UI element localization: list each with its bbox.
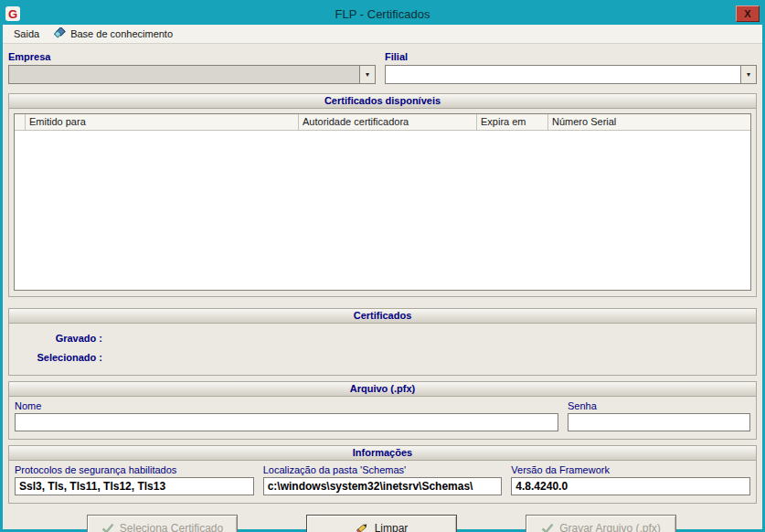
menu-item-base-conhecimento[interactable]: Base de conhecimento xyxy=(47,26,180,42)
certificates-list[interactable] xyxy=(15,131,750,290)
senha-input[interactable] xyxy=(568,413,750,431)
gravar-arquivo-label: Gravar Arquivo (.pfx) xyxy=(559,522,661,532)
seleciona-certificado-label: Seleciona Certificado xyxy=(120,522,223,532)
window-title: FLP - Certificados xyxy=(3,7,762,21)
gravado-row: Gravado : xyxy=(15,329,750,348)
seleciona-certificado-button: Seleciona Certificado xyxy=(87,515,238,532)
menu-bar: Saida Base de conhecimento xyxy=(3,25,762,44)
dropdown-arrow-icon[interactable]: ▾ xyxy=(359,66,375,83)
action-buttons-row: Seleciona Certificado Limpar xyxy=(8,515,757,532)
column-header-autoridade[interactable]: Autoridade certificadora xyxy=(299,114,477,131)
app-logo-icon: G xyxy=(5,6,20,21)
certificates-grid-header: Emitido para Autoridade certificadora Ex… xyxy=(15,114,750,131)
column-header-numero-serial[interactable]: Número Serial xyxy=(548,114,750,131)
nome-input[interactable] xyxy=(15,413,558,431)
title-bar[interactable]: G FLP - Certificados X xyxy=(3,3,762,25)
certificates-table-wrap: Emitido para Autoridade certificadora Ex… xyxy=(9,109,756,296)
informacoes-header: Informações xyxy=(9,446,756,461)
certificados-body: Gravado : Selecionado : xyxy=(9,324,756,375)
protocolos-label: Protocolos de segurança habilitados xyxy=(15,464,254,475)
check-icon xyxy=(101,523,114,532)
selecionado-row: Selecionado : xyxy=(15,348,750,367)
pencil-eraser-icon xyxy=(356,522,369,532)
filial-label: Filial xyxy=(385,51,757,62)
nome-label: Nome xyxy=(15,400,558,411)
menu-base-conhecimento-label: Base de conhecimento xyxy=(70,28,173,39)
framework-input[interactable] xyxy=(511,477,750,495)
arquivo-pfx-panel: Arquivo (.pfx) Nome Senha xyxy=(8,381,757,440)
protocolos-input[interactable] xyxy=(15,477,254,495)
gravar-arquivo-pfx-button: Gravar Arquivo (.pfx) xyxy=(526,515,676,532)
close-button[interactable]: X xyxy=(736,5,760,22)
main-content: Empresa ▾ Filial ▾ Certificados disponív… xyxy=(3,44,762,532)
flp-certificados-window: G FLP - Certificados X Saida Base de con… xyxy=(0,0,765,532)
informacoes-panel: Informações Protocolos de segurança habi… xyxy=(8,445,757,504)
schemas-label: Localização da pasta 'Schemas' xyxy=(263,464,503,475)
filial-combobox[interactable]: ▾ xyxy=(385,65,757,84)
informacoes-body: Protocolos de segurança habilitados Loca… xyxy=(9,461,756,503)
dropdown-arrow-icon[interactable]: ▾ xyxy=(740,66,756,83)
filial-combobox-value xyxy=(386,66,740,83)
knowledge-base-icon xyxy=(54,27,67,39)
gravado-label: Gravado : xyxy=(15,329,102,348)
arquivo-pfx-header: Arquivo (.pfx) xyxy=(9,382,756,397)
limpar-button[interactable]: Limpar xyxy=(306,515,457,532)
available-certificates-header: Certificados disponíveis xyxy=(9,94,756,109)
empresa-combobox-value xyxy=(9,66,359,83)
senha-label: Senha xyxy=(568,400,750,411)
column-header-expira-em[interactable]: Expira em xyxy=(477,114,548,131)
certificados-panel: Certificados Gravado : Selecionado : xyxy=(8,308,757,376)
available-certificates-panel: Certificados disponíveis Emitido para Au… xyxy=(8,93,757,297)
empresa-label: Empresa xyxy=(8,51,376,62)
column-header-emitido-para[interactable]: Emitido para xyxy=(26,114,299,131)
grid-indicator-column xyxy=(15,114,26,131)
schemas-input[interactable] xyxy=(263,477,503,495)
certificates-grid: Emitido para Autoridade certificadora Ex… xyxy=(14,113,751,291)
menu-item-saida[interactable]: Saida xyxy=(6,27,47,42)
empresa-combobox[interactable]: ▾ xyxy=(8,65,376,84)
certificados-header: Certificados xyxy=(9,309,756,324)
company-branch-row: Empresa ▾ Filial ▾ xyxy=(8,51,757,84)
selecionado-label: Selecionado : xyxy=(15,348,102,367)
check-icon xyxy=(541,523,554,532)
framework-label: Versão da Framework xyxy=(511,464,750,475)
limpar-label: Limpar xyxy=(375,522,409,532)
arquivo-body: Nome Senha xyxy=(9,397,756,439)
menu-saida-label: Saida xyxy=(14,28,39,39)
